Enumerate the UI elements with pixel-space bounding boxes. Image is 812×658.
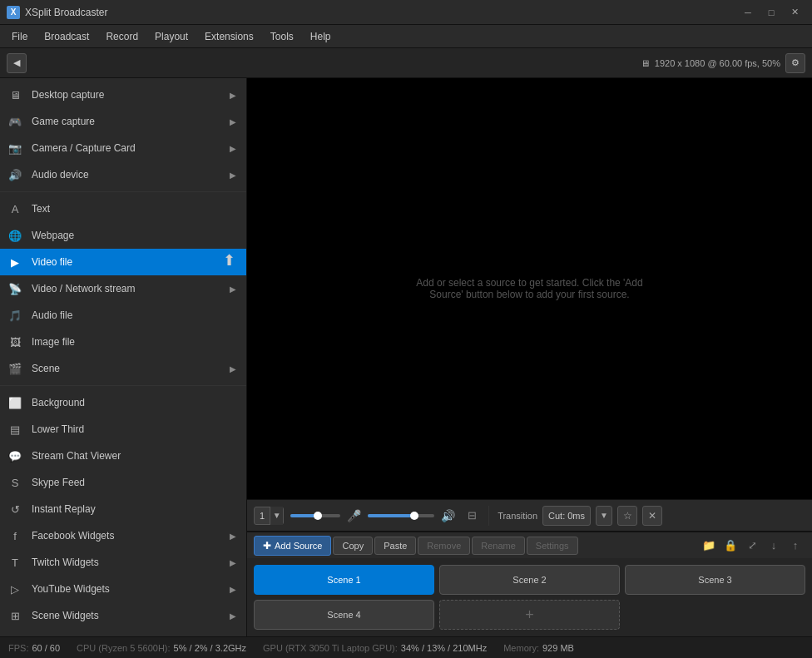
remove-button[interactable]: Remove bbox=[418, 537, 470, 555]
menu-item-facebook-widgets[interactable]: fFacebook Widgets▶ bbox=[0, 522, 246, 549]
folder-icon[interactable]: 📁 bbox=[699, 536, 719, 556]
paste-label: Paste bbox=[384, 541, 407, 551]
minimize-button[interactable]: ─ bbox=[737, 4, 759, 21]
menu-item-video---network-stream[interactable]: 📡Video / Network stream▶ bbox=[0, 275, 246, 302]
memory-value: 929 MB bbox=[542, 643, 574, 653]
menu-item-label: Desktop capture bbox=[32, 89, 230, 101]
menu-item-label: Video file bbox=[32, 256, 236, 268]
page-number: 1 bbox=[255, 511, 270, 521]
transition-label: Transition bbox=[498, 511, 537, 521]
menu-item-label: Game capture bbox=[32, 116, 230, 127]
menu-item-lower-third[interactable]: ▤Lower Third bbox=[0, 416, 246, 443]
menu-item-icon-4: ↺ bbox=[7, 501, 23, 517]
mic-thumb[interactable] bbox=[410, 512, 418, 520]
add-scene-button[interactable]: + bbox=[439, 600, 620, 630]
menu-item-arrow: ▶ bbox=[230, 611, 236, 621]
back-button[interactable]: ◀ bbox=[7, 53, 27, 73]
fps-label: FPS: bbox=[8, 643, 28, 653]
window-controls: ─ □ ✕ bbox=[737, 4, 805, 21]
right-panel: Add or select a source to get started. C… bbox=[247, 78, 812, 636]
menu-item-arrow: ▶ bbox=[230, 558, 236, 567]
menu-item-icon-6: T bbox=[7, 554, 23, 571]
scenes-section: Scene 1Scene 2Scene 3Scene 4+ bbox=[247, 558, 812, 636]
menu-item-desktop-capture[interactable]: 🖥Desktop capture▶ bbox=[0, 82, 246, 108]
menu-tools[interactable]: Tools bbox=[262, 27, 302, 46]
menu-item-scene[interactable]: 🎬Scene▶ bbox=[0, 355, 246, 382]
transition-dropdown-btn[interactable]: ▼ bbox=[596, 506, 612, 526]
move-up-icon[interactable]: ↑ bbox=[785, 536, 805, 556]
mic-slider[interactable] bbox=[368, 514, 434, 517]
menu-extensions[interactable]: Extensions bbox=[196, 27, 262, 46]
menu-playout[interactable]: Playout bbox=[146, 27, 196, 46]
close-button[interactable]: ✕ bbox=[784, 4, 805, 21]
menu-item-label: Image file bbox=[32, 336, 236, 348]
rename-label: Rename bbox=[481, 541, 516, 551]
copy-label: Copy bbox=[342, 541, 364, 551]
menu-item-icon-2: 📷 bbox=[7, 140, 23, 156]
menu-item-webpage[interactable]: 🌐Webpage bbox=[0, 222, 246, 249]
move-down-icon[interactable]: ↓ bbox=[764, 536, 784, 556]
toolbar-right: 🖥 1920 x 1080 @ 60.00 fps, 50% ⚙ bbox=[641, 53, 805, 73]
menu-item-image-file[interactable]: 🖼Image file bbox=[0, 329, 246, 355]
rename-button[interactable]: Rename bbox=[472, 537, 525, 555]
menu-help[interactable]: Help bbox=[302, 27, 339, 46]
gpu-status: GPU (RTX 3050 Ti Laptop GPU): 34% / 13% … bbox=[263, 643, 487, 653]
menu-item-game-capture[interactable]: 🎮Game capture▶ bbox=[0, 108, 246, 135]
sources-toolbar: ✚ Add Source Copy Paste Remove Rename Se… bbox=[247, 532, 812, 558]
menu-item-arrow: ▶ bbox=[230, 144, 236, 153]
page-down-arrow[interactable]: ▼ bbox=[270, 507, 283, 525]
maximize-button[interactable]: □ bbox=[760, 4, 782, 21]
scene-button-3[interactable]: Scene 3 bbox=[625, 565, 805, 595]
settings-button[interactable]: ⚙ bbox=[785, 53, 805, 73]
menu-item-find-more-sources---[interactable]: ⊕Find more sources... bbox=[0, 629, 246, 636]
menu-item-label: Audio file bbox=[32, 309, 236, 321]
cpu-status: CPU (Ryzen 5 5600H): 5% / 2% / 3.2GHz bbox=[77, 643, 246, 653]
app-icon: X bbox=[7, 6, 20, 19]
mic-icon[interactable]: 🎤 bbox=[347, 509, 361, 522]
menu-item-youtube-widgets[interactable]: ▷YouTube Widgets▶ bbox=[0, 576, 246, 602]
scene-button-2[interactable]: Scene 2 bbox=[439, 565, 620, 595]
menu-item-audio-device[interactable]: 🔊Audio device▶ bbox=[0, 161, 246, 188]
menu-item-background[interactable]: ⬜Background bbox=[0, 389, 246, 416]
scene-button-4[interactable]: Scene 4 bbox=[254, 600, 434, 630]
menu-item-twitch-widgets[interactable]: TTwitch Widgets▶ bbox=[0, 549, 246, 576]
scene-button-1[interactable]: Scene 1 bbox=[254, 565, 434, 595]
menu-item-video-file[interactable]: ▶Video file bbox=[0, 249, 246, 275]
menu-item-instant-replay[interactable]: ↺Instant Replay bbox=[0, 496, 246, 522]
menu-item-label: Scene bbox=[32, 363, 230, 374]
lock-icon[interactable]: 🔒 bbox=[720, 536, 740, 556]
menu-item-icon-1: 🎮 bbox=[7, 113, 23, 130]
menu-item-icon-7: ▷ bbox=[7, 581, 23, 597]
menu-item-text[interactable]: AText bbox=[0, 195, 246, 222]
volume-icon[interactable]: 🔊 bbox=[441, 509, 455, 522]
transition-close-btn[interactable]: ✕ bbox=[642, 506, 662, 526]
menu-item-label: Skype Feed bbox=[32, 477, 236, 488]
copy-button[interactable]: Copy bbox=[333, 537, 373, 555]
settings-source-button[interactable]: Settings bbox=[527, 537, 578, 555]
menu-item-camera---capture-card[interactable]: 📷Camera / Capture Card▶ bbox=[0, 135, 246, 161]
menu-file[interactable]: File bbox=[3, 27, 36, 46]
add-source-label: Add Source bbox=[275, 541, 322, 551]
menu-item-label: Video / Network stream bbox=[32, 283, 230, 294]
menu-record[interactable]: Record bbox=[97, 27, 146, 46]
paste-button[interactable]: Paste bbox=[374, 537, 416, 555]
cpu-value: 5% / 2% / 3.2GHz bbox=[174, 643, 246, 653]
transition-favorite-btn[interactable]: ☆ bbox=[617, 506, 637, 526]
volume-thumb[interactable] bbox=[314, 512, 322, 520]
status-bar: FPS: 60 / 60 CPU (Ryzen 5 5600H): 5% / 2… bbox=[0, 636, 812, 658]
transition-select[interactable]: Cut: 0ms bbox=[542, 506, 591, 526]
menu-item-scene-widgets[interactable]: ⊞Scene Widgets▶ bbox=[0, 602, 246, 629]
mixer-icon[interactable]: ⊟ bbox=[462, 506, 482, 526]
menu-item-arrow: ▶ bbox=[230, 364, 236, 374]
menu-broadcast[interactable]: Broadcast bbox=[36, 27, 97, 46]
playback-controls: 1 ▼ 🎤 🔊 ⊟ Transi bbox=[247, 499, 812, 531]
add-source-button[interactable]: ✚ Add Source bbox=[254, 536, 331, 556]
menu-item-label: YouTube Widgets bbox=[32, 583, 230, 595]
volume-slider[interactable] bbox=[290, 514, 340, 517]
menu-item-skype-feed[interactable]: SSkype Feed bbox=[0, 469, 246, 496]
menu-item-audio-file[interactable]: 🎵Audio file bbox=[0, 302, 246, 329]
menu-item-stream-chat-viewer[interactable]: 💬Stream Chat Viewer bbox=[0, 443, 246, 469]
menu-item-icon-9: ⊕ bbox=[7, 634, 23, 636]
resize-icon[interactable]: ⤢ bbox=[742, 536, 762, 556]
menu-item-arrow: ▶ bbox=[230, 532, 236, 541]
